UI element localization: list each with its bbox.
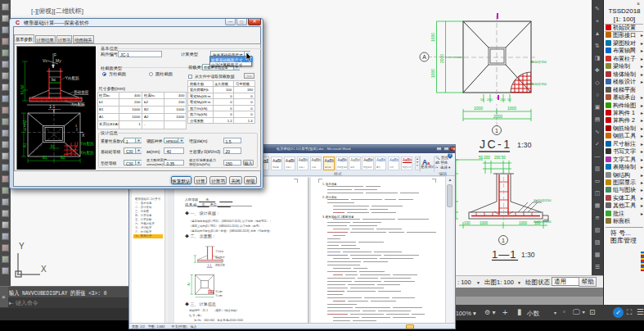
svg-text:X: X <box>41 265 47 274</box>
svg-text:F: F <box>54 52 56 57</box>
svg-text:2000: 2000 <box>493 114 502 119</box>
svg-text:4⌀10@150: 4⌀10@150 <box>530 82 547 86</box>
svg-text:A1: A1 <box>22 143 26 147</box>
svg-text:50: 50 <box>507 97 511 102</box>
svg-text:bc: bc <box>51 144 56 148</box>
svg-text:4⌀10@150: 4⌀10@150 <box>534 198 552 202</box>
svg-text:基础垫层: 基础垫层 <box>74 90 89 94</box>
svg-text:50: 50 <box>480 97 484 102</box>
svg-text:A2: A2 <box>22 120 26 125</box>
svg-text:1000: 1000 <box>519 221 528 225</box>
svg-text:200 50: 200 50 <box>494 156 506 160</box>
svg-text:1000: 1000 <box>430 69 435 78</box>
svg-text:平面详图: 平面详图 <box>215 263 225 266</box>
svg-text:1000: 1000 <box>507 106 516 111</box>
svg-text:100: 100 <box>464 221 471 225</box>
svg-text:B2: B2 <box>61 156 65 160</box>
svg-text:200: 200 <box>487 97 493 102</box>
svg-text:A1: A1 <box>187 283 191 286</box>
svg-text:1: 1 <box>502 238 505 243</box>
svg-text:Y: Y <box>19 242 25 251</box>
svg-text:1000: 1000 <box>480 221 489 225</box>
svg-text:4⌀10@150: 4⌀10@150 <box>530 60 547 64</box>
svg-text:基础垫层: 基础垫层 <box>215 256 225 259</box>
svg-text:1000: 1000 <box>474 106 483 111</box>
svg-text:Y向配筋: Y向配筋 <box>215 294 223 297</box>
svg-text:1:30: 1:30 <box>521 251 535 259</box>
svg-text:X向配筋: X向配筋 <box>215 290 223 293</box>
svg-text:50 200: 50 200 <box>479 156 490 160</box>
svg-text:下1排筋: 下1排筋 <box>215 250 224 253</box>
svg-text:2000: 2000 <box>439 54 444 63</box>
svg-text:My: My <box>56 58 61 63</box>
svg-text:1: 1 <box>495 128 498 134</box>
svg-text:4⌀10@150: 4⌀10@150 <box>534 220 552 224</box>
svg-text:h1 h2: h1 h2 <box>20 84 25 94</box>
svg-text:A: A <box>422 54 426 60</box>
svg-text:B1: B1 <box>43 156 47 160</box>
svg-text:1-1: 1-1 <box>208 264 212 267</box>
svg-text:200: 200 <box>500 97 506 102</box>
svg-text:1000: 1000 <box>430 33 435 42</box>
svg-text:bc: bc <box>52 77 56 82</box>
svg-text:Vx: Vx <box>43 58 47 63</box>
svg-text:1—1: 1—1 <box>492 248 516 261</box>
